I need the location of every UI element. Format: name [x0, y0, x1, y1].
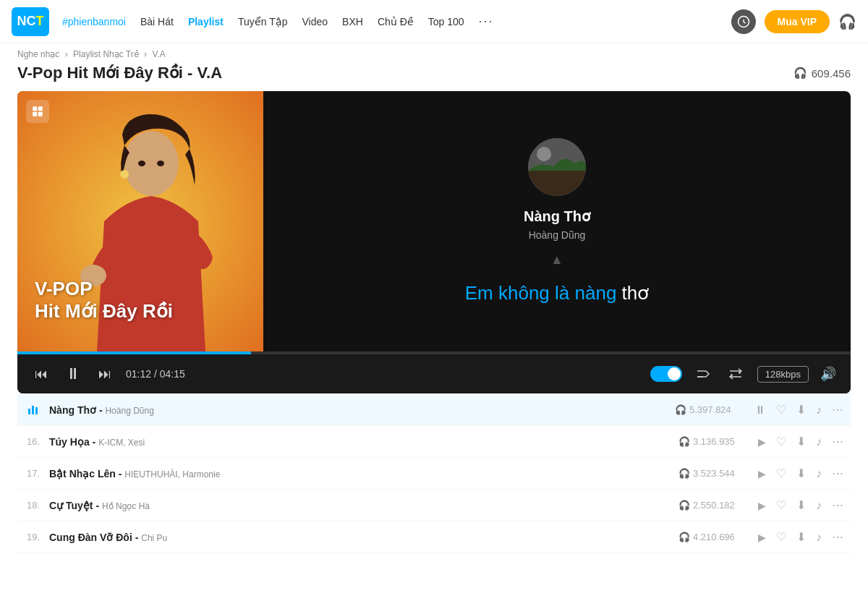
song-row[interactable]: 19. Cung Đàn Vỡ Đôi - Chi Pu 🎧 4.210.696…: [17, 521, 851, 553]
header-right: Mua VIP 🎧: [731, 9, 856, 34]
player-area: V-POP Hit Mới Đây Rồi Nàng Thơ Hoàng Dũn…: [17, 91, 851, 393]
svg-point-5: [138, 161, 145, 166]
more-button[interactable]: ⋯: [830, 433, 845, 450]
more-button[interactable]: ⋯: [830, 497, 845, 513]
quality-badge[interactable]: 128kbps: [757, 366, 809, 383]
song-row[interactable]: 17. Bật Nhạc Lên - HIEUTHUHÀI, Harmonie …: [17, 458, 851, 490]
next-button[interactable]: ⏭: [95, 364, 114, 385]
play-song-button[interactable]: ▶: [757, 530, 767, 545]
heart-button[interactable]: ♡: [775, 465, 788, 482]
song-actions: ▶ ♡ ⬇ ♪ ⋯: [757, 465, 845, 482]
song-plays: 🎧 5.397.824: [675, 404, 747, 415]
song-name: Nàng Thơ: [49, 404, 96, 416]
nav-baihat[interactable]: Bài Hát: [140, 16, 174, 27]
play-song-button[interactable]: ▶: [757, 466, 767, 481]
heart-button[interactable]: ♡: [775, 529, 788, 545]
song-list: Nàng Thơ - Hoàng Dũng 🎧 5.397.824 ⏸ ♡ ⬇ …: [17, 393, 851, 553]
nav-more[interactable]: ···: [479, 14, 494, 29]
heart-button[interactable]: ♡: [775, 497, 788, 513]
song-number: 16.: [23, 436, 43, 447]
play-song-button[interactable]: ▶: [757, 498, 767, 513]
pause-button[interactable]: ⏸: [62, 362, 84, 386]
loop-toggle[interactable]: [650, 366, 682, 382]
shuffle-button[interactable]: [694, 365, 714, 383]
breadcrumb-playlist[interactable]: Playlist Nhạc Trẻ: [73, 49, 139, 59]
more-button[interactable]: ⋯: [830, 401, 845, 418]
more-button[interactable]: ⋯: [830, 529, 845, 545]
now-playing-artist: Hoàng Dũng: [529, 229, 586, 241]
download-button[interactable]: ⬇: [795, 401, 807, 418]
player-content: V-POP Hit Mới Đây Rồi Nàng Thơ Hoàng Dũn…: [17, 91, 851, 351]
nav-top100[interactable]: Top 100: [428, 16, 464, 27]
song-actions: ⏸ ♡ ⬇ ♪ ⋯: [753, 401, 845, 418]
song-info: Nàng Thơ - Hoàng Dũng: [49, 404, 669, 416]
nav-phienbanmoi[interactable]: #phienbanmoi: [62, 16, 126, 27]
nav-chude[interactable]: Chủ Đề: [378, 16, 414, 27]
song-number: 17.: [23, 468, 43, 479]
nav-playlist[interactable]: Playlist: [188, 16, 224, 27]
now-playing-queue-icon[interactable]: ▲: [550, 252, 563, 268]
vip-button[interactable]: Mua VIP: [765, 10, 830, 33]
cover-title: V-POP Hit Mới Đây Rồi: [35, 278, 173, 323]
svg-rect-12: [528, 171, 586, 196]
logo-icon[interactable]: NCT: [12, 7, 49, 36]
song-row[interactable]: 16. Túy Họa - K-ICM, Xesi 🎧 3.136.935 ▶ …: [17, 426, 851, 458]
song-name-artists: Cự Tuyệt - Hồ Ngọc Hà: [49, 500, 673, 511]
lyrics-button[interactable]: ♪: [814, 434, 823, 450]
svg-point-4: [120, 170, 129, 179]
play-song-button[interactable]: ▶: [757, 435, 767, 449]
download-button[interactable]: ⬇: [795, 497, 807, 513]
pause-song-button[interactable]: ⏸: [753, 402, 767, 418]
time-display: 01:12 / 04:15: [126, 368, 185, 380]
nav-tuyentap[interactable]: Tuyển Tập: [238, 16, 288, 27]
download-button[interactable]: ⬇: [795, 465, 807, 482]
svg-point-14: [537, 147, 551, 161]
song-number: 19.: [23, 532, 43, 542]
heart-button[interactable]: ♡: [775, 433, 788, 450]
song-actions: ▶ ♡ ⬇ ♪ ⋯: [757, 497, 845, 513]
more-button[interactable]: ⋯: [830, 465, 845, 482]
repeat-button[interactable]: [726, 365, 746, 383]
song-name: Cự Tuyệt: [49, 500, 93, 511]
song-artists: Hồ Ngọc Hà: [102, 501, 150, 511]
toggle-knob: [668, 367, 681, 380]
svg-rect-10: [38, 112, 43, 116]
song-info: Bật Nhạc Lên - HIEUTHUHÀI, Harmonie: [49, 468, 673, 479]
download-button[interactable]: ⬇: [795, 529, 807, 545]
song-row[interactable]: 18. Cự Tuyệt - Hồ Ngọc Hà 🎧 2.550.182 ▶ …: [17, 490, 851, 521]
listen-count-value: 609.456: [812, 67, 851, 80]
lyrics-button[interactable]: ♪: [814, 529, 823, 545]
song-info: Túy Họa - K-ICM, Xesi: [49, 436, 673, 448]
song-row[interactable]: Nàng Thơ - Hoàng Dũng 🎧 5.397.824 ⏸ ♡ ⬇ …: [17, 394, 851, 426]
svg-rect-17: [35, 407, 38, 414]
song-name-artists: Cung Đàn Vỡ Đôi - Chi Pu: [49, 532, 673, 543]
breadcrumb-home[interactable]: Nghe nhạc: [17, 49, 59, 59]
download-button[interactable]: ⬇: [795, 433, 807, 450]
breadcrumb-va[interactable]: V.A: [152, 49, 165, 59]
now-playing-section: Nàng Thơ Hoàng Dũng ▲ Em không là nàng t…: [263, 91, 851, 351]
headphone-icon: 🎧: [838, 13, 856, 30]
song-actions: ▶ ♡ ⬇ ♪ ⋯: [757, 433, 845, 450]
lyrics-button[interactable]: ♪: [814, 402, 823, 418]
song-name: Túy Họa: [49, 436, 90, 448]
song-info: Cự Tuyệt - Hồ Ngọc Hà: [49, 500, 673, 511]
song-name: Cung Đàn Vỡ Đôi: [49, 532, 132, 543]
main-nav: #phienbanmoi Bài Hát Playlist Tuyển Tập …: [62, 14, 718, 29]
svg-rect-9: [33, 112, 37, 116]
vip-circle-icon[interactable]: [731, 9, 756, 34]
volume-icon[interactable]: 🔊: [820, 366, 836, 382]
nav-video[interactable]: Video: [302, 16, 328, 27]
prev-button[interactable]: ⏮: [32, 364, 51, 385]
nav-bxh[interactable]: BXH: [342, 16, 363, 27]
lyrics-button[interactable]: ♪: [814, 498, 823, 513]
lyrics-highlight: thơ: [622, 282, 650, 304]
page-title: V-Pop Hit Mới Đây Rồi - V.A: [17, 64, 222, 82]
page-title-row: V-Pop Hit Mới Đây Rồi - V.A 🎧 609.456: [0, 61, 868, 91]
lyrics-button[interactable]: ♪: [814, 466, 823, 482]
song-actions: ▶ ♡ ⬇ ♪ ⋯: [757, 529, 845, 545]
song-plays: 🎧 3.523.544: [678, 468, 751, 479]
song-artists: Chi Pu: [141, 533, 167, 543]
heart-button[interactable]: ♡: [775, 401, 788, 418]
headphone-count-icon: 🎧: [793, 67, 807, 80]
song-name: Bật Nhạc Lên: [49, 468, 116, 479]
